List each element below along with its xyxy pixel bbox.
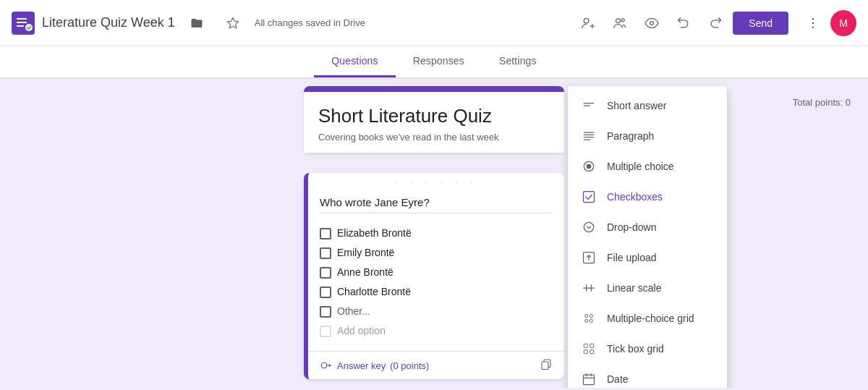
svg-rect-32 [584,350,587,354]
answer-key-button[interactable]: Answer key (0 points) [320,359,429,372]
date-icon [581,371,597,387]
svg-point-29 [590,319,592,322]
add-collaborator-button[interactable] [574,9,603,38]
copy-button[interactable] [540,357,553,373]
svg-point-24 [584,222,593,232]
add-option-label[interactable]: Add option [337,325,553,337]
checkboxes-label: Checkboxes [607,191,663,203]
option-label-elizabeth[interactable]: Elizabeth Brontë [337,227,553,239]
paragraph-label: Paragraph [607,130,654,142]
checkbox-elizabeth[interactable] [320,228,331,239]
menu-item-paragraph[interactable]: Paragraph [568,121,727,151]
svg-point-12 [321,363,327,368]
menu-item-short-answer[interactable]: Short answer [568,90,727,121]
svg-rect-34 [584,375,595,384]
eye-icon [644,16,659,30]
file-upload-label: File upload [607,252,657,263]
menu-item-linear-scale[interactable]: Linear scale [568,273,727,303]
star-icon [226,17,239,30]
option-label-other[interactable]: Other... [337,305,553,318]
paragraph-icon [581,128,597,144]
svg-rect-3 [17,25,24,27]
form-header-card: Short Literature Quiz Covering books we'… [304,86,564,153]
folder-button[interactable] [182,9,211,38]
option-charlotte: Charlotte Brontë [320,282,553,302]
send-button[interactable]: Send [733,12,788,35]
add-person-icon [581,16,595,30]
menu-item-date[interactable]: Date [568,364,727,388]
app-logo-icon [12,12,35,35]
app-title: Literature Quiz Week 1 [42,15,175,30]
key-icon [320,359,333,372]
menu-item-multiple-choice[interactable]: Multiple choice [568,151,727,182]
question-type-dropdown: Short answer Paragraph Multiple choice [568,86,727,388]
tick-box-grid-label: Tick box grid [607,343,664,355]
redo-icon [708,16,723,30]
tab-questions[interactable]: Questions [314,46,395,77]
star-button[interactable] [218,9,247,38]
drag-handle[interactable]: · · · · · · [308,173,564,189]
svg-point-22 [587,164,592,169]
svg-rect-23 [584,192,595,203]
menu-item-tick-box-grid[interactable]: Tick box grid [568,334,727,364]
tick-box-grid-icon [581,341,597,357]
topbar: Literature Quiz Week 1 All changes saved… [0,0,868,46]
svg-point-10 [812,22,814,24]
undo-button[interactable] [669,9,698,38]
dropdown-label: Drop-down [607,221,656,233]
checkbox-anne[interactable] [320,267,331,279]
svg-rect-33 [590,350,594,354]
option-label-charlotte[interactable]: Charlotte Brontë [337,286,553,298]
copy-icon [540,357,553,370]
more-vert-icon [806,16,820,30]
linear-scale-label: Linear scale [607,282,662,294]
share-button[interactable] [605,9,634,38]
option-label-emily[interactable]: Emily Brontë [337,247,553,259]
topbar-left: Literature Quiz Week 1 All changes saved… [12,9,365,38]
question-content: Elizabeth Brontë Emily Brontë Anne Bront… [308,189,564,348]
svg-rect-31 [590,344,594,347]
menu-item-checkboxes[interactable]: Checkboxes [568,182,727,212]
option-emily: Emily Brontë [320,243,553,263]
option-anne: Anne Brontë [320,263,553,282]
svg-point-27 [590,315,592,318]
more-options-button[interactable] [799,9,827,38]
svg-point-7 [621,18,624,21]
redo-button[interactable] [701,9,730,38]
saved-text: All changes saved in Drive [255,17,365,28]
file-upload-icon [581,250,597,266]
checkbox-add [320,326,331,337]
option-other: Other... [320,302,553,321]
short-answer-icon [581,98,597,114]
question-footer: Answer key (0 points) [308,351,564,379]
multiple-choice-label: Multiple choice [607,161,674,172]
svg-point-9 [812,17,814,20]
preview-button[interactable] [637,9,666,38]
svg-rect-30 [584,344,587,347]
people-icon [613,16,627,30]
menu-item-file-upload[interactable]: File upload [568,242,727,273]
answer-key-label: Answer key [337,360,386,371]
dropdown-icon [581,219,597,235]
checkbox-emily[interactable] [320,247,331,259]
checkbox-other[interactable] [320,306,331,318]
avatar[interactable]: M [830,10,856,36]
svg-point-5 [584,18,589,23]
option-label-anne[interactable]: Anne Brontë [337,266,553,279]
checkbox-charlotte[interactable] [320,287,331,298]
form-title[interactable]: Short Literature Quiz [318,105,550,127]
question-card: · · · · · · Elizabeth Brontë Emily Bront… [304,173,564,379]
points-label: (0 points) [390,360,429,371]
question-title-input[interactable] [320,193,553,213]
menu-item-dropdown[interactable]: Drop-down [568,212,727,242]
svg-rect-2 [17,22,27,23]
checkboxes-icon [581,189,597,205]
multiple-choice-icon [581,158,597,174]
form-description[interactable]: Covering books we've read in the last we… [318,132,550,143]
tab-settings[interactable]: Settings [482,46,554,77]
topbar-icons: Send M [574,9,856,38]
date-label: Date [607,373,629,385]
option-add: Add option [320,321,553,341]
menu-item-multiple-choice-grid[interactable]: Multiple-choice grid [568,303,727,334]
tab-responses[interactable]: Responses [396,46,482,77]
